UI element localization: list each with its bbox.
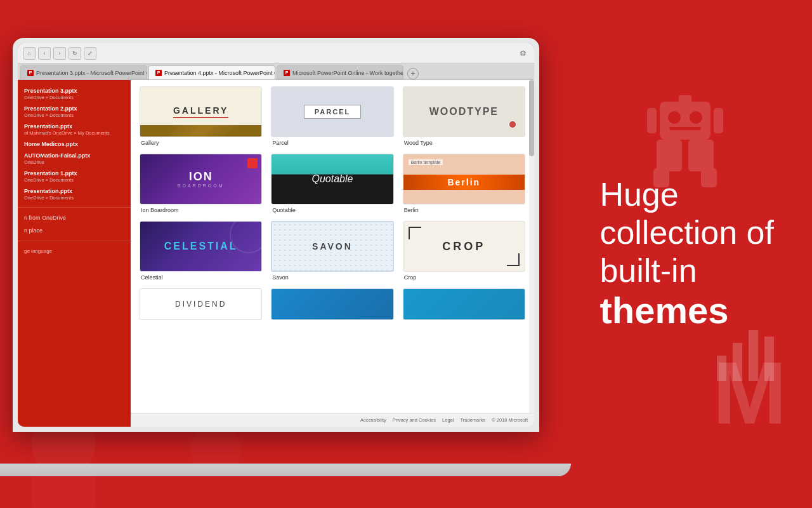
scrollbar-thumb[interactable] xyxy=(529,80,534,156)
sidebar: Presentation 3.pptx OneDrive » Documents… xyxy=(18,80,131,427)
tab-1-label: Presentation 3.pptx - Microsoft PowerPoi… xyxy=(36,70,147,76)
theme-item-quotable[interactable]: Quotable Quotable xyxy=(271,154,393,213)
theme-thumbnail-blue2 xyxy=(403,288,525,320)
settings-icon[interactable]: ⚙ xyxy=(516,47,529,60)
sidebar-item-6[interactable]: Presentation.pptx OneDrive » Documents xyxy=(18,185,131,203)
sidebar-item-1-sub: OneDrive » Documents xyxy=(24,112,124,118)
svg-rect-17 xyxy=(688,140,714,171)
forward-button[interactable]: › xyxy=(53,47,66,60)
savon-name: Savon xyxy=(271,274,393,281)
theme-item-parcel[interactable]: PARCEL Parcel xyxy=(271,86,393,146)
crop-title: CROP xyxy=(442,240,485,253)
sidebar-item-0-sub: OneDrive » Documents xyxy=(24,95,124,100)
svg-rect-15 xyxy=(714,108,723,133)
tagline-line1: Huge xyxy=(599,176,678,213)
home-button[interactable]: ⌂ xyxy=(23,47,36,60)
footer-link-trademarks[interactable]: Trademarks xyxy=(460,417,485,423)
browser-content: Presentation 3.pptx OneDrive » Documents… xyxy=(18,80,534,427)
ion-title: ION xyxy=(178,170,225,184)
theme-item-blue1[interactable] xyxy=(271,288,393,320)
scrollbar[interactable] xyxy=(529,80,534,427)
ion-sub: BOARDROOM xyxy=(178,184,225,188)
footer-link-accessibility[interactable]: Accessibility xyxy=(360,417,386,423)
browser-footer: Accessibility Privacy and Cookies Legal … xyxy=(131,413,534,427)
woodtype-dot xyxy=(509,121,516,128)
tab-3-label: Microsoft PowerPoint Online - Work toget… xyxy=(292,70,403,76)
tab-1[interactable]: P Presentation 3.pptx - Microsoft PowerP… xyxy=(20,65,147,79)
theme-thumbnail-berlin: Berlin template Berlin xyxy=(403,154,525,204)
crop-name: Crop xyxy=(403,274,525,281)
parcel-title: PARCEL xyxy=(304,105,361,119)
ppt-icon: P xyxy=(27,70,34,76)
quotable-title: Quotable xyxy=(312,173,353,185)
deco-robot-icon xyxy=(622,64,749,190)
theme-item-crop[interactable]: CROP Crop xyxy=(403,221,525,281)
sidebar-item-1-title: Presentation 2.pptx xyxy=(24,105,124,112)
sidebar-item-6-sub: OneDrive » Documents xyxy=(24,195,124,201)
berlin-name: Berlin xyxy=(403,207,525,213)
sidebar-item-2[interactable]: Presentation.pptx of Mahmud's OneDrive »… xyxy=(18,121,131,138)
right-content: Huge collection of built-in themes xyxy=(599,176,774,332)
gallery-name: Gallery xyxy=(140,140,262,146)
tagline-line2: collection of xyxy=(599,214,774,251)
woodtype-name: Wood Type xyxy=(403,140,525,146)
crop-corner-br xyxy=(507,253,520,266)
theme-item-gallery[interactable]: GALLERY Gallery xyxy=(140,86,262,146)
footer-link-legal[interactable]: Legal xyxy=(442,417,454,423)
sidebar-item-3[interactable]: Home Medicos.pptx xyxy=(18,138,131,150)
laptop-body: ⌂ ‹ › ↻ ⤢ ⚙ P Presentation 3.pptx - Micr… xyxy=(13,38,539,432)
ion-name: Ion Boardroom xyxy=(140,207,262,213)
svg-rect-7 xyxy=(32,476,95,508)
svg-point-10 xyxy=(668,111,681,124)
ppt-icon-2: P xyxy=(155,70,162,76)
sidebar-item-1[interactable]: Presentation 2.pptx OneDrive » Documents xyxy=(18,103,131,121)
celestial-swirl-2 xyxy=(211,221,262,272)
theme-item-ion[interactable]: ION BOARDROOM Ion Boardroom xyxy=(140,154,262,213)
screen: ⌂ ‹ › ↻ ⤢ ⚙ P Presentation 3.pptx - Micr… xyxy=(18,43,534,427)
svg-rect-14 xyxy=(647,108,657,133)
tagline-line4: themes xyxy=(599,290,728,331)
theme-thumbnail-ion: ION BOARDROOM xyxy=(140,154,262,204)
sidebar-item-2-sub: of Mahmud's OneDrive » My Documents xyxy=(24,130,124,136)
sidebar-item-4-title: AUTOMation-Faisal.pptx xyxy=(24,152,124,159)
tab-2[interactable]: P Presentation 4.pptx - Microsoft PowerP… xyxy=(148,65,275,79)
new-tab-button[interactable]: + xyxy=(407,68,419,79)
deco-m-letter: M xyxy=(712,342,787,444)
sidebar-item-2-title: Presentation.pptx xyxy=(24,123,124,130)
theme-item-savon[interactable]: SAVON Savon xyxy=(271,221,393,281)
sidebar-link-0[interactable]: n from OneDrive xyxy=(18,211,131,224)
quotable-name: Quotable xyxy=(271,207,393,213)
theme-item-celestial[interactable]: CELESTIAL Celestial xyxy=(140,221,262,281)
fullscreen-button[interactable]: ⤢ xyxy=(84,47,96,60)
refresh-button[interactable]: ↻ xyxy=(69,47,81,60)
main-content[interactable]: GALLERY Gallery PARCEL xyxy=(131,80,534,427)
theme-thumbnail-dividend: DIVIDEND xyxy=(140,288,262,320)
back-button[interactable]: ‹ xyxy=(38,47,51,60)
sidebar-item-5-sub: OneDrive » Documents xyxy=(24,177,124,183)
gallery-inner: GALLERY xyxy=(173,105,228,118)
tab-3[interactable]: P Microsoft PowerPoint Online - Work tog… xyxy=(277,65,403,79)
theme-item-blue2[interactable] xyxy=(403,288,525,320)
theme-grid: GALLERY Gallery PARCEL xyxy=(140,86,525,320)
sidebar-divider xyxy=(18,207,131,208)
theme-item-woodtype[interactable]: WOODTYPE Wood Type xyxy=(403,86,525,146)
browser-nav-bar: ⌂ ‹ › ↻ ⤢ ⚙ xyxy=(18,43,534,64)
sidebar-item-4[interactable]: AUTOMation-Faisal.pptx OneDrive xyxy=(18,150,131,168)
sidebar-item-4-sub: OneDrive xyxy=(24,159,124,165)
screen-bezel: ⌂ ‹ › ↻ ⤢ ⚙ P Presentation 3.pptx - Micr… xyxy=(18,43,534,427)
savon-title: SAVON xyxy=(312,241,353,251)
sidebar-item-6-title: Presentation.pptx xyxy=(24,188,124,194)
footer-link-privacy[interactable]: Privacy and Cookies xyxy=(393,417,436,423)
sidebar-item-0[interactable]: Presentation 3.pptx OneDrive » Documents xyxy=(18,85,131,103)
sidebar-link-1[interactable]: n place xyxy=(18,224,131,237)
tab-2-label: Presentation 4.pptx - Microsoft PowerPoi… xyxy=(164,70,275,76)
theme-thumbnail-gallery: GALLERY xyxy=(140,86,262,137)
theme-item-berlin[interactable]: Berlin template Berlin Berlin xyxy=(403,154,525,213)
footer-copyright: © 2018 Microsoft xyxy=(492,417,528,423)
theme-thumbnail-parcel: PARCEL xyxy=(271,86,393,137)
theme-thumbnail-woodtype: WOODTYPE xyxy=(403,86,525,137)
sidebar-item-5[interactable]: Presentation 1.pptx OneDrive » Documents xyxy=(18,168,131,185)
laptop: ⌂ ‹ › ↻ ⤢ ⚙ P Presentation 3.pptx - Micr… xyxy=(0,38,552,470)
theme-item-dividend[interactable]: DIVIDEND xyxy=(140,288,262,320)
theme-thumbnail-quotable: Quotable xyxy=(271,154,393,204)
